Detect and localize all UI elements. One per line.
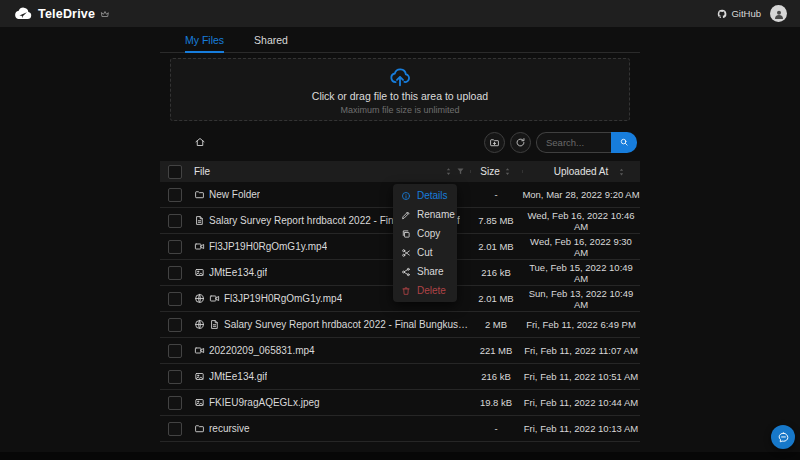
navbar-right: GitHub: [717, 5, 787, 22]
chat-fab-button[interactable]: [771, 425, 795, 449]
menu-item-details[interactable]: Details: [393, 186, 457, 205]
home-button[interactable]: [194, 136, 206, 148]
folder-add-icon: [489, 137, 500, 148]
file-uploaded-at: Fri, Feb 11, 2022 10:44 AM: [522, 397, 640, 408]
image-icon: [194, 371, 205, 382]
upload-dropzone[interactable]: Click or drag file to this area to uploa…: [170, 58, 630, 121]
table-row[interactable]: FKIEU9ragAQEGLx.jpeg 19.8 kB Fri, Feb 11…: [160, 390, 640, 416]
video-icon: [209, 293, 220, 304]
file-name[interactable]: Salary Survey Report hrdbacot 2022 - Fin…: [224, 319, 470, 330]
context-menu: Details Rename Copy Cut Share Delete: [393, 184, 457, 302]
file-uploaded-at: Fri, Feb 11, 2022 6:49 PM: [522, 319, 640, 330]
file-name[interactable]: JMtEe134.gif: [209, 267, 267, 278]
github-link[interactable]: GitHub: [717, 8, 761, 19]
select-all-checkbox[interactable]: [168, 165, 182, 179]
file-size: 2.01 MB: [470, 241, 522, 252]
file-size: 19.8 kB: [470, 397, 522, 408]
home-icon: [194, 136, 206, 148]
brand-link[interactable]: TeleDrive: [13, 7, 110, 21]
folder-icon: [194, 189, 205, 200]
file-uploaded-at: Tue, Feb 15, 2022 10:49 AM: [522, 262, 640, 284]
refresh-button[interactable]: [510, 132, 531, 153]
github-icon: [717, 9, 727, 19]
tab-bar: My Files Shared: [160, 27, 640, 53]
info-circle-icon: [401, 191, 411, 201]
tab-my-files[interactable]: My Files: [185, 27, 224, 52]
github-label: GitHub: [731, 8, 761, 19]
menu-item-rename[interactable]: Rename: [393, 205, 457, 224]
bottom-strip: [0, 452, 800, 460]
file-name[interactable]: FKIEU9ragAQEGLx.jpeg: [209, 397, 320, 408]
menu-item-delete[interactable]: Delete: [393, 281, 457, 300]
row-checkbox[interactable]: [168, 214, 182, 228]
row-checkbox[interactable]: [168, 370, 182, 384]
new-folder-button[interactable]: [484, 132, 505, 153]
search-button[interactable]: [611, 132, 637, 153]
folder-icon: [194, 423, 205, 434]
toolbar-right: [484, 132, 637, 153]
file-name[interactable]: recursive: [209, 423, 250, 434]
row-checkbox[interactable]: [168, 240, 182, 254]
menu-item-label: Cut: [417, 247, 433, 258]
table-row[interactable]: Salary Survey Report hrdbacot 2022 - Fin…: [160, 312, 640, 338]
row-checkbox[interactable]: [168, 266, 182, 280]
file-name[interactable]: Fl3JP19H0RgOmG1y.mp4: [224, 293, 342, 304]
file-uploaded-at: Fri, Feb 11, 2022 11:07 AM: [522, 345, 640, 356]
file-size: 7.85 MB: [470, 215, 522, 226]
menu-item-copy[interactable]: Copy: [393, 224, 457, 243]
row-checkbox[interactable]: [168, 188, 182, 202]
copy-icon: [401, 229, 411, 239]
cloud-paper-plane-logo-icon: [13, 7, 33, 21]
row-checkbox[interactable]: [168, 344, 182, 358]
file-uploaded-at: Wed, Feb 16, 2022 9:30 AM: [522, 236, 640, 258]
upload-sub-text: Maximum file size is unlimited: [171, 105, 629, 115]
file-size: 221 MB: [470, 345, 522, 356]
row-checkbox[interactable]: [168, 292, 182, 306]
crown-icon: [100, 9, 110, 19]
image-icon: [194, 267, 205, 278]
file-name[interactable]: Fl3JP19H0RgOmG1y.mp4: [209, 241, 327, 252]
message-icon: [777, 431, 790, 444]
file-name[interactable]: 20220209_065831.mp4: [209, 345, 315, 356]
upload-main-text: Click or drag file to this area to uploa…: [171, 90, 629, 102]
file-size: 2 MB: [470, 319, 522, 330]
globe-icon: [194, 319, 205, 330]
row-checkbox[interactable]: [168, 318, 182, 332]
sort-icon[interactable]: [503, 167, 512, 176]
teledrive-app: TeleDrive GitHub My Files Shared Click o…: [0, 0, 800, 460]
menu-item-share[interactable]: Share: [393, 262, 457, 281]
sort-icon[interactable]: [617, 167, 626, 176]
video-icon: [194, 241, 205, 252]
video-icon: [194, 345, 205, 356]
file-uploaded-at: Mon, Mar 28, 2022 9:20 AM: [522, 189, 640, 200]
file-uploaded-at: Wed, Feb 16, 2022 10:46 AM: [522, 210, 640, 232]
column-label-size: Size: [480, 166, 499, 177]
trash-icon: [401, 286, 411, 296]
file-name[interactable]: New Folder: [209, 189, 260, 200]
menu-item-label: Delete: [417, 285, 446, 296]
file-uploaded-at: Fri, Feb 11, 2022 10:51 AM: [522, 371, 640, 382]
search-input[interactable]: [536, 132, 611, 153]
column-header-uploaded-at[interactable]: Uploaded At: [522, 166, 640, 177]
table-row[interactable]: recursive - Fri, Feb 11, 2022 10:13 AM: [160, 416, 640, 442]
file-name[interactable]: JMtEe134.gif: [209, 371, 267, 382]
sort-icon[interactable]: [444, 167, 453, 176]
menu-item-label: Copy: [417, 228, 440, 239]
table-row[interactable]: 20220209_065831.mp4 221 MB Fri, Feb 11, …: [160, 338, 640, 364]
file-size: -: [470, 189, 522, 200]
menu-item-cut[interactable]: Cut: [393, 243, 457, 262]
column-header-file[interactable]: File: [190, 166, 470, 177]
table-row[interactable]: JMtEe134.gif 216 kB Fri, Feb 11, 2022 10…: [160, 364, 640, 390]
top-navbar: TeleDrive GitHub: [0, 0, 800, 27]
menu-item-label: Details: [417, 190, 448, 201]
globe-icon: [194, 293, 205, 304]
row-checkbox[interactable]: [168, 422, 182, 436]
avatar[interactable]: [770, 5, 787, 22]
column-header-size[interactable]: Size: [470, 166, 522, 177]
row-checkbox[interactable]: [168, 396, 182, 410]
share-icon: [401, 267, 411, 277]
tab-shared[interactable]: Shared: [254, 27, 288, 52]
menu-item-label: Rename: [417, 209, 455, 220]
filter-icon[interactable]: [456, 167, 465, 176]
file-size: 2.01 MB: [470, 293, 522, 304]
